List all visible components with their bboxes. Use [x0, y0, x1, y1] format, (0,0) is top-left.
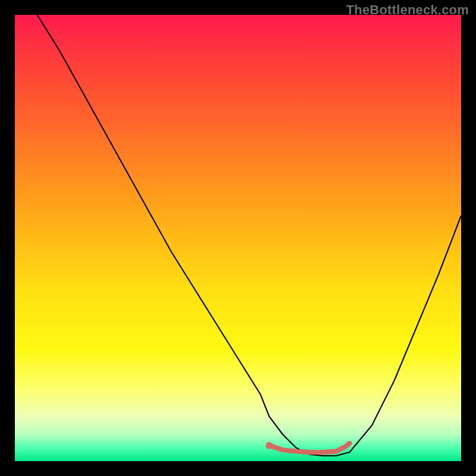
bottleneck-curve: [37, 15, 462, 456]
chart-frame: TheBottleneck.com: [0, 0, 476, 476]
plot-area: [15, 15, 461, 461]
chart-svg: [15, 15, 461, 461]
optimal-zone-start-dot: [266, 442, 273, 449]
optimal-zone-marker: [270, 443, 350, 452]
